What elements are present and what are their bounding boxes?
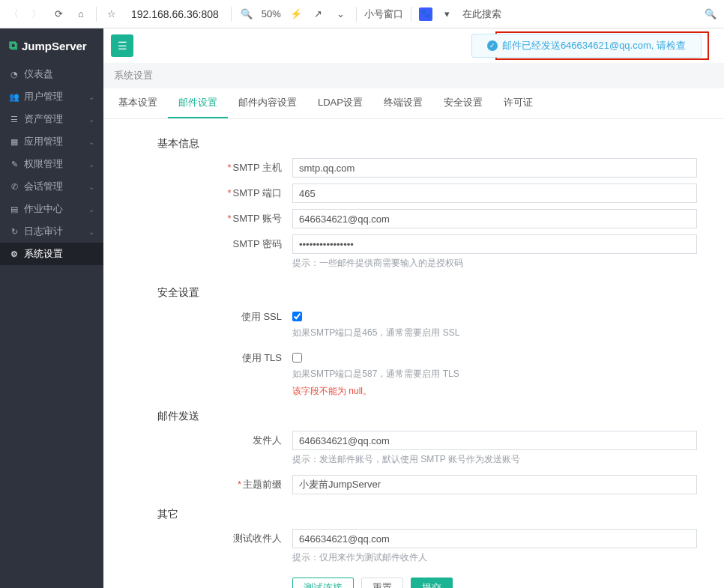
sender-input[interactable] bbox=[292, 431, 697, 450]
sidebar-item-audit[interactable]: ↻日志审计⌄ bbox=[0, 220, 103, 243]
tab-terminal[interactable]: 终端设置 bbox=[373, 88, 433, 118]
label-smtp-password: SMTP 密码 bbox=[233, 238, 283, 249]
sidebar-item-settings[interactable]: ⚙系统设置 bbox=[0, 243, 103, 265]
label-sender: 发件人 bbox=[253, 434, 282, 446]
sidebar-item-jobs[interactable]: ▤作业中心⌄ bbox=[0, 198, 103, 220]
audit-icon: ↻ bbox=[9, 227, 19, 237]
tab-license[interactable]: 许可证 bbox=[493, 88, 543, 118]
window-label[interactable]: 小号窗口 bbox=[364, 7, 403, 21]
subject-prefix-input[interactable] bbox=[292, 475, 697, 494]
use-ssl-hint: 如果SMTP端口是465，通常需要启用 SSL bbox=[292, 327, 709, 339]
chevron-down-icon: ⌄ bbox=[88, 138, 94, 146]
row-smtp-host: *SMTP 主机 bbox=[118, 158, 709, 179]
smtp-password-hint: 提示：一些邮件提供商需要输入的是授权码 bbox=[292, 257, 709, 270]
label-use-ssl: 使用 SSL bbox=[241, 311, 282, 322]
sidebar-item-dashboard[interactable]: ◔仪表盘 bbox=[0, 63, 103, 85]
use-tls-checkbox[interactable] bbox=[292, 353, 302, 363]
sidebar-item-apps[interactable]: ▦应用管理⌄ bbox=[0, 130, 103, 153]
label-use-tls: 使用 TLS bbox=[242, 352, 282, 363]
breadcrumb: 系统设置 bbox=[103, 63, 724, 88]
smtp-port-input[interactable] bbox=[292, 184, 697, 203]
row-smtp-port: *SMTP 端口 bbox=[118, 184, 709, 204]
collapse-sidebar-button[interactable]: ☰ bbox=[111, 34, 133, 57]
users-icon: 👥 bbox=[9, 92, 19, 102]
settings-tabs: 基本设置 邮件设置 邮件内容设置 LDAP设置 终端设置 安全设置 许可证 bbox=[103, 88, 724, 119]
assets-icon: ☰ bbox=[9, 115, 19, 124]
dashboard-icon: ◔ bbox=[9, 70, 19, 79]
test-recipient-hint: 提示：仅用来作为测试邮件收件人 bbox=[292, 551, 709, 564]
logo-text: JumpServer bbox=[22, 40, 87, 52]
address-bar[interactable]: 192.168.66.36:808 bbox=[127, 8, 223, 20]
search-icon[interactable]: 🔍 bbox=[703, 7, 718, 22]
sidebar-item-sessions[interactable]: ✆会话管理⌄ bbox=[0, 175, 103, 198]
dropdown-icon[interactable]: ⌄ bbox=[334, 7, 349, 22]
forward-button[interactable]: 〉 bbox=[28, 7, 43, 22]
use-tls-hint: 如果SMTP端口是587，通常需要启用 TLS bbox=[292, 368, 709, 381]
tab-basic[interactable]: 基本设置 bbox=[108, 88, 168, 118]
logo-icon: ⧉ bbox=[9, 39, 17, 52]
row-smtp-account: *SMTP 账号 bbox=[118, 209, 709, 230]
use-ssl-checkbox[interactable] bbox=[292, 312, 302, 321]
search-placeholder[interactable]: 在此搜索 bbox=[462, 7, 501, 21]
use-tls-error: 该字段不能为 null。 bbox=[292, 385, 709, 398]
chevron-down-icon: ⌄ bbox=[88, 228, 94, 236]
sidebar: ⧉ JumpServer ◔仪表盘 👥用户管理⌄ ☰资产管理⌄ ▦应用管理⌄ ✎… bbox=[0, 28, 103, 588]
success-notification: ✓ 邮件已经发送646634621@qq.com, 请检查 bbox=[471, 34, 702, 58]
notification-text: 邮件已经发送646634621@qq.com, 请检查 bbox=[502, 39, 686, 52]
section-send-title: 邮件发送 bbox=[118, 402, 709, 431]
favorite-button[interactable]: ☆ bbox=[104, 7, 119, 22]
check-icon: ✓ bbox=[487, 40, 498, 51]
reset-button[interactable]: 重置 bbox=[361, 578, 403, 588]
home-button[interactable]: ⌂ bbox=[73, 7, 88, 22]
bolt-icon[interactable]: ⚡ bbox=[289, 7, 304, 22]
smtp-host-input[interactable] bbox=[292, 158, 697, 178]
test-recipient-input[interactable] bbox=[292, 529, 697, 548]
tab-ldap[interactable]: LDAP设置 bbox=[307, 88, 373, 118]
sidebar-item-perms[interactable]: ✎权限管理⌄ bbox=[0, 153, 103, 175]
share-icon[interactable]: ↗ bbox=[311, 7, 326, 22]
tab-security[interactable]: 安全设置 bbox=[433, 88, 493, 118]
sidebar-item-users[interactable]: 👥用户管理⌄ bbox=[0, 85, 103, 108]
back-button[interactable]: 〈 bbox=[6, 7, 21, 22]
test-connection-button[interactable]: 测试连接 bbox=[292, 578, 354, 588]
sender-hint: 提示：发送邮件账号，默认使用 SMTP 账号作为发送账号 bbox=[292, 453, 709, 466]
chevron-down-icon: ⌄ bbox=[88, 183, 94, 191]
chevron-down-icon: ⌄ bbox=[88, 93, 94, 101]
mail-settings-form: 基本信息 *SMTP 主机 *SMTP 端口 *SMTP 账号 SMTP 密码 … bbox=[103, 119, 724, 588]
main-content: ☰ ✓ 邮件已经发送646634621@qq.com, 请检查 系统设置 基本设… bbox=[103, 28, 724, 588]
row-sender: 发件人 提示：发送邮件账号，默认使用 SMTP 账号作为发送账号 bbox=[118, 431, 709, 470]
label-subject-prefix: 主题前缀 bbox=[243, 479, 282, 490]
tab-mail[interactable]: 邮件设置 bbox=[168, 88, 228, 118]
form-buttons: 测试连接 重置 提交 bbox=[118, 578, 709, 588]
zoom-level: 50% bbox=[262, 8, 281, 19]
browser-toolbar: 〈 〉 ⟳ ⌂ ☆ 192.168.66.36:808 🔍 50% ⚡ ↗ ⌄ … bbox=[0, 0, 724, 28]
zoom-icon[interactable]: 🔍 bbox=[239, 7, 254, 22]
sidebar-item-assets[interactable]: ☰资产管理⌄ bbox=[0, 108, 103, 130]
tab-mail-content[interactable]: 邮件内容设置 bbox=[228, 88, 307, 118]
search-dropdown-icon[interactable]: ▾ bbox=[440, 7, 455, 22]
row-smtp-password: SMTP 密码 提示：一些邮件提供商需要输入的是授权码 bbox=[118, 234, 709, 274]
content-topbar: ☰ ✓ 邮件已经发送646634621@qq.com, 请检查 bbox=[103, 28, 724, 63]
label-test-recipient: 测试收件人 bbox=[233, 533, 282, 544]
label-smtp-host: SMTP 主机 bbox=[233, 162, 283, 173]
settings-icon: ⚙ bbox=[9, 249, 19, 259]
row-use-ssl: 使用 SSL 如果SMTP端口是465，通常需要启用 SSL bbox=[118, 307, 709, 344]
submit-button[interactable]: 提交 bbox=[411, 578, 453, 588]
chevron-down-icon: ⌄ bbox=[88, 160, 94, 169]
logo[interactable]: ⧉ JumpServer bbox=[0, 28, 103, 63]
section-basic-title: 基本信息 bbox=[118, 130, 709, 158]
apps-icon: ▦ bbox=[9, 137, 19, 147]
smtp-password-input[interactable] bbox=[292, 234, 697, 254]
jobs-icon: ▤ bbox=[9, 204, 19, 214]
smtp-account-input[interactable] bbox=[292, 209, 697, 228]
row-test-recipient: 测试收件人 提示：仅用来作为测试邮件收件人 bbox=[118, 529, 709, 569]
row-subject-prefix: *主题前缀 bbox=[118, 475, 709, 496]
chevron-down-icon: ⌄ bbox=[88, 115, 94, 124]
chevron-down-icon: ⌄ bbox=[88, 205, 94, 213]
section-security-title: 安全设置 bbox=[118, 279, 709, 307]
section-other-title: 其它 bbox=[118, 500, 709, 529]
label-smtp-account: SMTP 账号 bbox=[233, 213, 283, 224]
reload-button[interactable]: ⟳ bbox=[51, 7, 66, 22]
paw-icon[interactable]: 🐾 bbox=[419, 7, 432, 21]
perms-icon: ✎ bbox=[9, 160, 19, 169]
